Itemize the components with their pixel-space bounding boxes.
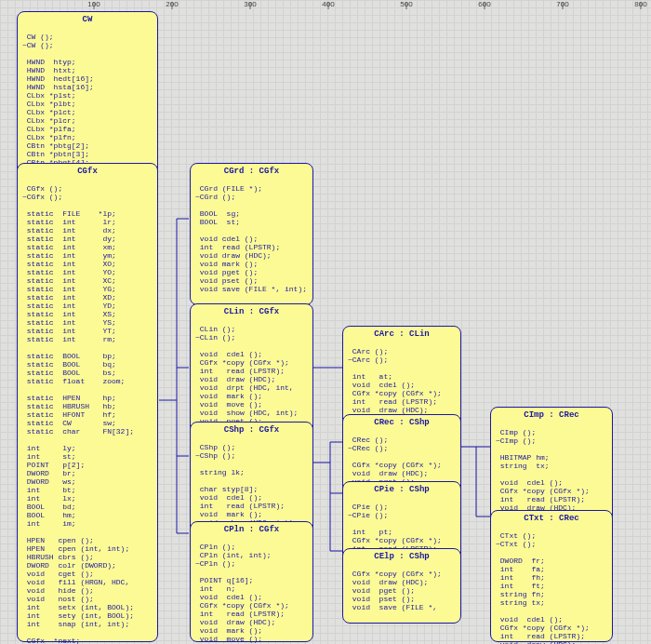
ruler-tick: 100: [87, 0, 100, 8]
node-body: CGfx (); ~CGfx (); static FILE *lp; stat…: [22, 184, 153, 644]
ruler-tick: 700: [556, 0, 568, 8]
class-node-cw[interactable]: CW CW (); ~CW (); HWND htyp; HWND htxt; …: [17, 11, 158, 187]
node-title: CRec : CShp: [348, 418, 456, 428]
node-title: CLin : CGfx: [195, 307, 308, 317]
node-body: CGfx *copy (CGfx *); void draw (HDC); vo…: [348, 570, 456, 611]
node-title: CPie : CShp: [348, 485, 456, 495]
class-node-ctxt[interactable]: CTxt : CRec CTxt (); ~CTxt (); DWORD fr;…: [490, 510, 613, 642]
ruler-tick: 600: [478, 0, 490, 8]
ruler-tick: 800: [634, 0, 646, 8]
class-node-cpln[interactable]: CPln : CGfx CPln (); CPln (int, int); ~C…: [190, 521, 313, 642]
ruler-tick: 500: [400, 0, 412, 8]
node-body: CTxt (); ~CTxt (); DWORD fr; int fa; int…: [496, 531, 607, 644]
node-title: CElp : CShp: [348, 552, 456, 562]
node-body: CPln (); CPln (int, int); ~CPln (); POIN…: [195, 543, 308, 644]
node-body: CGrd (FILE *); ~CGrd (); BOOL sg; BOOL s…: [195, 184, 308, 293]
ruler-tick: 300: [244, 0, 256, 8]
ruler-tick: 400: [322, 0, 334, 8]
node-title: CArc : CLin: [348, 329, 456, 340]
node-title: CW: [22, 15, 153, 25]
node-title: CPln : CGfx: [195, 525, 308, 535]
class-node-celp[interactable]: CElp : CShp CGfx *copy (CGfx *); void dr…: [342, 548, 461, 624]
node-title: CGfx: [22, 167, 153, 177]
class-node-cgrd[interactable]: CGrd : CGfx CGrd (FILE *); ~CGrd (); BOO…: [190, 163, 313, 305]
node-body: CW (); ~CW (); HWND htyp; HWND htxt; HWN…: [22, 33, 153, 175]
ruler-tick: 200: [166, 0, 178, 8]
node-title: CImp : CRec: [496, 410, 607, 421]
class-node-cgfx[interactable]: CGfx CGfx (); ~CGfx (); static FILE *lp;…: [17, 163, 158, 642]
node-title: CGrd : CGfx: [195, 167, 308, 177]
node-title: CTxt : CRec: [496, 514, 607, 524]
node-title: CShp : CGfx: [195, 425, 308, 436]
